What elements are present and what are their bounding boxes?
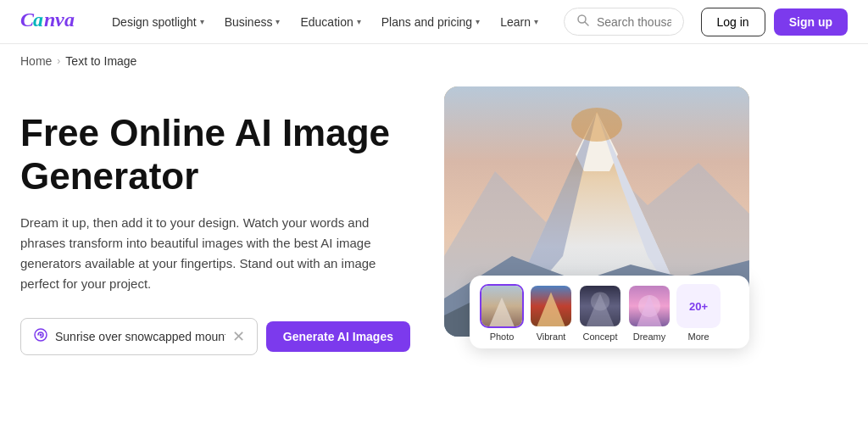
hero-description: Dream it up, then add it to your design.… [20,213,376,294]
clear-input-button[interactable]: ✕ [232,329,245,344]
style-thumb-concept [578,284,622,328]
svg-text:v: v [55,8,64,31]
svg-point-17 [571,108,622,142]
chevron-down-icon: ▾ [534,17,538,26]
search-input[interactable] [597,15,671,29]
search-icon [576,14,590,30]
nav-learn[interactable]: Learn ▾ [492,10,547,34]
nav-plans-pricing[interactable]: Plans and pricing ▾ [373,10,488,34]
more-badge: 20+ [676,284,721,328]
prompt-input-wrap[interactable]: ✕ [20,318,258,355]
breadcrumb-current: Text to Image [65,54,136,68]
style-concept[interactable]: Concept [578,284,622,342]
chevron-down-icon: ▾ [357,17,361,26]
generate-button[interactable]: Generate AI Images [266,321,410,352]
style-photo[interactable]: Photo [480,284,524,342]
style-thumb-dreamy [627,284,671,328]
signup-button[interactable]: Sign up [774,8,848,36]
nav-education[interactable]: Education ▾ [292,10,369,34]
svg-text:n: n [44,8,55,31]
svg-line-6 [585,22,588,25]
login-button[interactable]: Log in [701,8,765,36]
chevron-down-icon: ▾ [275,17,280,26]
breadcrumb-separator: › [57,55,60,67]
breadcrumb-home[interactable]: Home [20,54,52,68]
style-thumb-vibrant [529,284,573,328]
nav-business[interactable]: Business ▾ [216,10,289,34]
svg-point-8 [40,334,42,337]
style-dreamy[interactable]: Dreamy [627,284,671,342]
svg-text:a: a [33,8,43,31]
chevron-down-icon: ▾ [200,17,204,26]
search-bar[interactable] [564,8,684,36]
ai-icon [33,327,48,346]
nav-links: Design spotlight ▾ Business ▾ Education … [103,10,547,34]
navbar: C a n v a Design spotlight ▾ Business ▾ … [0,0,868,44]
svg-text:a: a [64,8,75,31]
page-title: Free Online AI Image Generator [20,112,410,198]
style-more[interactable]: 20+ More [676,284,721,342]
prompt-input-row: ✕ Generate AI Images [20,318,410,355]
canva-logo[interactable]: C a n v a [20,8,80,36]
breadcrumb: Home › Text to Image [0,44,868,78]
nav-design-spotlight[interactable]: Design spotlight ▾ [103,10,213,34]
style-vibrant[interactable]: Vibrant [529,284,573,342]
prompt-input[interactable] [55,330,225,343]
chevron-down-icon: ▾ [476,17,480,26]
hero-left: Free Online AI Image Generator Dream it … [20,86,410,355]
hero-image-panel: Photo [444,86,749,337]
style-picker: Photo [470,276,749,348]
main-content: Free Online AI Image Generator Dream it … [0,78,868,355]
style-thumb-photo [480,284,524,328]
